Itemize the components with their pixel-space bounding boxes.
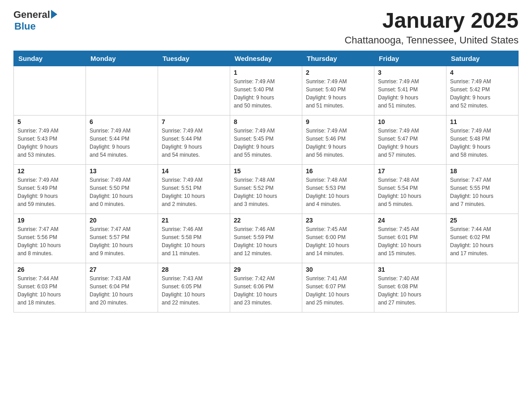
day-info: Sunrise: 7:42 AM Sunset: 6:06 PM Dayligh… xyxy=(234,274,298,307)
calendar-day-cell: 17Sunrise: 7:48 AM Sunset: 5:54 PM Dayli… xyxy=(374,164,446,214)
day-info: Sunrise: 7:49 AM Sunset: 5:44 PM Dayligh… xyxy=(162,127,226,159)
calendar-day-cell: 23Sunrise: 7:45 AM Sunset: 6:00 PM Dayli… xyxy=(302,214,374,263)
calendar-week-row: 1Sunrise: 7:49 AM Sunset: 5:40 PM Daylig… xyxy=(14,66,519,115)
calendar-day-cell: 5Sunrise: 7:49 AM Sunset: 5:43 PM Daylig… xyxy=(14,115,86,164)
calendar-day-cell xyxy=(446,263,519,312)
day-info: Sunrise: 7:45 AM Sunset: 6:00 PM Dayligh… xyxy=(306,225,370,257)
day-info: Sunrise: 7:49 AM Sunset: 5:51 PM Dayligh… xyxy=(162,176,226,208)
calendar-day-cell: 12Sunrise: 7:49 AM Sunset: 5:49 PM Dayli… xyxy=(14,164,86,214)
calendar-day-cell: 29Sunrise: 7:42 AM Sunset: 6:06 PM Dayli… xyxy=(230,263,302,312)
day-info: Sunrise: 7:49 AM Sunset: 5:48 PM Dayligh… xyxy=(450,127,515,159)
logo-blue-text: Blue xyxy=(14,21,57,32)
title-block: January 2025 Chattanooga, Tennessee, Uni… xyxy=(344,9,519,46)
calendar-header-cell: Tuesday xyxy=(158,51,230,66)
calendar-day-cell: 4Sunrise: 7:49 AM Sunset: 5:42 PM Daylig… xyxy=(446,66,519,115)
calendar-header-cell: Sunday xyxy=(14,51,86,66)
month-title: January 2025 xyxy=(344,9,519,33)
calendar-table: SundayMondayTuesdayWednesdayThursdayFrid… xyxy=(13,51,519,313)
day-info: Sunrise: 7:49 AM Sunset: 5:43 PM Dayligh… xyxy=(17,127,82,159)
day-info: Sunrise: 7:48 AM Sunset: 5:53 PM Dayligh… xyxy=(306,176,370,208)
calendar-day-cell: 11Sunrise: 7:49 AM Sunset: 5:48 PM Dayli… xyxy=(446,115,519,164)
calendar-day-cell xyxy=(14,66,86,115)
day-number: 1 xyxy=(234,69,298,76)
calendar-day-cell: 22Sunrise: 7:46 AM Sunset: 5:59 PM Dayli… xyxy=(230,214,302,263)
calendar-day-cell: 3Sunrise: 7:49 AM Sunset: 5:41 PM Daylig… xyxy=(374,66,446,115)
day-number: 31 xyxy=(378,266,442,273)
day-info: Sunrise: 7:43 AM Sunset: 6:04 PM Dayligh… xyxy=(90,274,154,307)
day-info: Sunrise: 7:49 AM Sunset: 5:41 PM Dayligh… xyxy=(378,77,442,110)
page-header: General Blue January 2025 Chattanooga, T… xyxy=(13,9,519,46)
calendar-body: 1Sunrise: 7:49 AM Sunset: 5:40 PM Daylig… xyxy=(14,66,519,312)
calendar-day-cell: 13Sunrise: 7:49 AM Sunset: 5:50 PM Dayli… xyxy=(86,164,158,214)
calendar-day-cell xyxy=(86,66,158,115)
calendar-day-cell: 18Sunrise: 7:47 AM Sunset: 5:55 PM Dayli… xyxy=(446,164,519,214)
logo-general-text: General xyxy=(13,9,50,21)
day-info: Sunrise: 7:44 AM Sunset: 6:02 PM Dayligh… xyxy=(450,225,515,257)
calendar-day-cell: 1Sunrise: 7:49 AM Sunset: 5:40 PM Daylig… xyxy=(230,66,302,115)
day-number: 15 xyxy=(234,167,298,175)
day-info: Sunrise: 7:41 AM Sunset: 6:07 PM Dayligh… xyxy=(306,274,370,307)
calendar-day-cell: 8Sunrise: 7:49 AM Sunset: 5:45 PM Daylig… xyxy=(230,115,302,164)
day-info: Sunrise: 7:45 AM Sunset: 6:01 PM Dayligh… xyxy=(378,225,442,257)
calendar-day-cell: 14Sunrise: 7:49 AM Sunset: 5:51 PM Dayli… xyxy=(158,164,230,214)
day-number: 3 xyxy=(378,69,442,76)
day-number: 26 xyxy=(17,266,82,273)
calendar-day-cell: 19Sunrise: 7:47 AM Sunset: 5:56 PM Dayli… xyxy=(14,214,86,263)
calendar-header-cell: Monday xyxy=(86,51,158,66)
day-number: 8 xyxy=(234,118,298,125)
location-title: Chattanooga, Tennessee, United States xyxy=(344,34,519,46)
day-number: 7 xyxy=(162,118,226,125)
day-number: 5 xyxy=(17,118,82,125)
calendar-day-cell: 15Sunrise: 7:48 AM Sunset: 5:52 PM Dayli… xyxy=(230,164,302,214)
day-number: 16 xyxy=(306,167,370,175)
calendar-header-cell: Thursday xyxy=(302,51,374,66)
calendar-day-cell: 24Sunrise: 7:45 AM Sunset: 6:01 PM Dayli… xyxy=(374,214,446,263)
day-number: 10 xyxy=(378,118,442,125)
logo-arrow-icon xyxy=(51,10,57,19)
day-number: 23 xyxy=(306,217,370,224)
calendar-header-cell: Saturday xyxy=(446,51,519,66)
day-number: 24 xyxy=(378,217,442,224)
day-info: Sunrise: 7:49 AM Sunset: 5:47 PM Dayligh… xyxy=(378,127,442,159)
day-number: 20 xyxy=(90,217,154,224)
day-info: Sunrise: 7:47 AM Sunset: 5:55 PM Dayligh… xyxy=(450,176,515,208)
calendar-header-row: SundayMondayTuesdayWednesdayThursdayFrid… xyxy=(14,51,519,66)
day-number: 28 xyxy=(162,266,226,273)
day-info: Sunrise: 7:46 AM Sunset: 5:59 PM Dayligh… xyxy=(234,225,298,257)
day-info: Sunrise: 7:44 AM Sunset: 6:03 PM Dayligh… xyxy=(17,274,82,307)
calendar-day-cell: 28Sunrise: 7:43 AM Sunset: 6:05 PM Dayli… xyxy=(158,263,230,312)
day-info: Sunrise: 7:43 AM Sunset: 6:05 PM Dayligh… xyxy=(162,274,226,307)
day-info: Sunrise: 7:49 AM Sunset: 5:50 PM Dayligh… xyxy=(90,176,154,208)
calendar-header-cell: Friday xyxy=(374,51,446,66)
calendar-day-cell: 31Sunrise: 7:40 AM Sunset: 6:08 PM Dayli… xyxy=(374,263,446,312)
day-info: Sunrise: 7:47 AM Sunset: 5:56 PM Dayligh… xyxy=(17,225,82,257)
calendar-header-cell: Wednesday xyxy=(230,51,302,66)
day-number: 12 xyxy=(17,167,82,175)
day-info: Sunrise: 7:49 AM Sunset: 5:44 PM Dayligh… xyxy=(90,127,154,159)
day-info: Sunrise: 7:47 AM Sunset: 5:57 PM Dayligh… xyxy=(90,225,154,257)
day-number: 18 xyxy=(450,167,515,175)
calendar-day-cell: 21Sunrise: 7:46 AM Sunset: 5:58 PM Dayli… xyxy=(158,214,230,263)
calendar-day-cell xyxy=(158,66,230,115)
day-number: 25 xyxy=(450,217,515,224)
day-number: 13 xyxy=(90,167,154,175)
day-info: Sunrise: 7:49 AM Sunset: 5:40 PM Dayligh… xyxy=(306,77,370,110)
calendar-day-cell: 20Sunrise: 7:47 AM Sunset: 5:57 PM Dayli… xyxy=(86,214,158,263)
calendar-day-cell: 10Sunrise: 7:49 AM Sunset: 5:47 PM Dayli… xyxy=(374,115,446,164)
calendar-week-row: 19Sunrise: 7:47 AM Sunset: 5:56 PM Dayli… xyxy=(14,214,519,263)
day-number: 14 xyxy=(162,167,226,175)
day-info: Sunrise: 7:40 AM Sunset: 6:08 PM Dayligh… xyxy=(378,274,442,307)
day-info: Sunrise: 7:49 AM Sunset: 5:45 PM Dayligh… xyxy=(234,127,298,159)
calendar-day-cell: 27Sunrise: 7:43 AM Sunset: 6:04 PM Dayli… xyxy=(86,263,158,312)
day-info: Sunrise: 7:49 AM Sunset: 5:46 PM Dayligh… xyxy=(306,127,370,159)
day-number: 9 xyxy=(306,118,370,125)
calendar-day-cell: 7Sunrise: 7:49 AM Sunset: 5:44 PM Daylig… xyxy=(158,115,230,164)
day-info: Sunrise: 7:46 AM Sunset: 5:58 PM Dayligh… xyxy=(162,225,226,257)
calendar-day-cell: 26Sunrise: 7:44 AM Sunset: 6:03 PM Dayli… xyxy=(14,263,86,312)
day-number: 19 xyxy=(17,217,82,224)
calendar-day-cell: 9Sunrise: 7:49 AM Sunset: 5:46 PM Daylig… xyxy=(302,115,374,164)
day-number: 4 xyxy=(450,69,515,76)
day-number: 30 xyxy=(306,266,370,273)
calendar-day-cell: 30Sunrise: 7:41 AM Sunset: 6:07 PM Dayli… xyxy=(302,263,374,312)
day-info: Sunrise: 7:49 AM Sunset: 5:42 PM Dayligh… xyxy=(450,77,515,110)
